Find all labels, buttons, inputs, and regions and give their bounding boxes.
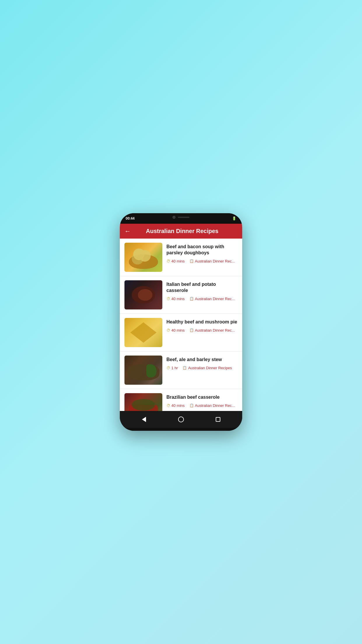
app-header: ← Australian Dinner Recipes: [120, 224, 242, 239]
list-item[interactable]: Italian beef and potato casserole⏱ 40 mi…: [120, 276, 242, 314]
recipe-info: Beef, ale and barley stew⏱ 1 hr📋 Austral…: [166, 356, 238, 370]
recipe-meta: ⏱ 40 mins📋 Australian Dinner Rec...: [166, 259, 238, 263]
recipe-list: Beef and bacon soup with parsley doughbo…: [120, 239, 242, 411]
phone-chin: [120, 428, 242, 431]
recipe-time: ⏱ 40 mins: [166, 328, 185, 332]
list-item[interactable]: Beef, ale and barley stew⏱ 1 hr📋 Austral…: [120, 351, 242, 389]
list-item[interactable]: Brazilian beef casserole⏱ 40 mins📋 Austr…: [120, 389, 242, 411]
recipe-info: Beef and bacon soup with parsley doughbo…: [166, 243, 238, 263]
recipe-time: ⏱ 40 mins: [166, 259, 185, 263]
nav-recent-button[interactable]: [214, 415, 222, 424]
recipe-info: Healthy beef and mushroom pie⏱ 40 mins📋 …: [166, 318, 238, 332]
recipe-category: 📋 Australian Dinner Rec...: [189, 328, 235, 332]
camera: [173, 216, 175, 219]
recipe-image-2: [124, 280, 162, 309]
recipe-time: ⏱ 40 mins: [166, 403, 185, 408]
clock-icon: ⏱: [166, 259, 170, 263]
book-icon: 📋: [189, 403, 194, 407]
recipe-info: Brazilian beef casserole⏱ 40 mins📋 Austr…: [166, 393, 238, 408]
book-icon: 📋: [189, 328, 194, 332]
recipe-image-5: [124, 393, 162, 411]
back-button[interactable]: ←: [124, 228, 131, 235]
recipe-info: Italian beef and potato casserole⏱ 40 mi…: [166, 280, 238, 301]
recipe-name: Beef, ale and barley stew: [166, 357, 238, 363]
page-title: Australian Dinner Recipes: [136, 228, 229, 235]
recipe-meta: ⏱ 1 hr📋 Australian Dinner Recipes: [166, 366, 238, 370]
recipe-name: Brazilian beef casserole: [166, 394, 238, 400]
clock-icon: ⏱: [166, 403, 170, 408]
book-icon: 📋: [189, 297, 194, 301]
clock-icon: ⏱: [166, 297, 170, 301]
clock-icon: ⏱: [166, 328, 170, 332]
recipe-image-4: [124, 356, 162, 385]
phone-frame: 00:44 🔋 ← Australian Dinner Recipes Beef…: [120, 213, 242, 431]
recipe-meta: ⏱ 40 mins📋 Australian Dinner Rec...: [166, 403, 238, 408]
battery-icon: 🔋: [232, 216, 236, 220]
list-item[interactable]: Healthy beef and mushroom pie⏱ 40 mins📋 …: [120, 314, 242, 351]
status-bar: 00:44 🔋: [120, 213, 242, 224]
recipe-name: Beef and bacon soup with parsley doughbo…: [166, 244, 238, 256]
nav-bar: [120, 411, 242, 428]
book-icon: 📋: [189, 259, 194, 263]
recipe-image-1: [124, 243, 162, 272]
recipe-category: 📋 Australian Dinner Rec...: [189, 259, 235, 263]
recipe-name: Italian beef and potato casserole: [166, 281, 238, 294]
recipe-meta: ⏱ 40 mins📋 Australian Dinner Rec...: [166, 328, 238, 332]
recipe-name: Healthy beef and mushroom pie: [166, 319, 238, 325]
nav-back-button[interactable]: [140, 415, 148, 424]
notch: [161, 213, 201, 221]
recipe-category: 📋 Australian Dinner Recipes: [182, 366, 232, 370]
speaker: [178, 217, 189, 218]
status-time: 00:44: [126, 216, 135, 220]
recipe-time: ⏱ 40 mins: [166, 297, 185, 301]
recipe-time: ⏱ 1 hr: [166, 366, 178, 370]
clock-icon: ⏱: [166, 366, 170, 370]
nav-home-button[interactable]: [177, 415, 185, 424]
recipe-category: 📋 Australian Dinner Rec...: [189, 297, 235, 301]
book-icon: 📋: [182, 366, 187, 370]
recipe-category: 📋 Australian Dinner Rec...: [189, 403, 235, 408]
recipe-image-3: [124, 318, 162, 347]
recipe-meta: ⏱ 40 mins📋 Australian Dinner Rec...: [166, 297, 238, 301]
app-screen: ← Australian Dinner Recipes Beef and bac…: [120, 224, 242, 411]
list-item[interactable]: Beef and bacon soup with parsley doughbo…: [120, 239, 242, 276]
